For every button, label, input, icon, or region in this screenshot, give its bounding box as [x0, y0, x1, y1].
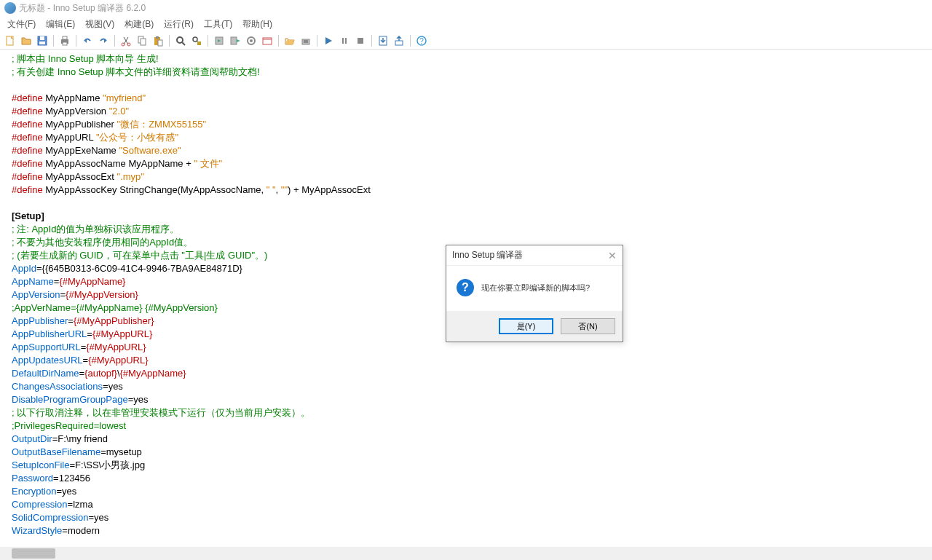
paste-icon[interactable] [151, 33, 165, 48]
key: SetupIconFile [12, 460, 70, 470]
replace-icon[interactable] [189, 33, 204, 48]
undo-icon[interactable] [80, 33, 95, 48]
toolbar-separator [114, 35, 115, 47]
title-bar: 无标题 - Inno Setup 编译器 6.2.0 [0, 0, 932, 16]
new-file-icon[interactable] [3, 33, 17, 48]
dialog-message: 现在你要立即编译新的脚本吗? [481, 283, 590, 293]
horizontal-scrollbar[interactable] [0, 547, 932, 560]
comment: ;PrivilegesRequired=lowest [12, 420, 126, 431]
menu-help[interactable]: 帮助(H) [238, 17, 277, 32]
menu-view[interactable]: 视图(V) [81, 17, 119, 32]
toolbar: ? [0, 32, 932, 50]
redo-icon[interactable] [96, 33, 111, 48]
comment: ; 脚本由 Inno Setup 脚本向导 生成! [12, 53, 159, 64]
dialog-body: ? 现在你要立即编译新的脚本吗? [446, 266, 623, 311]
svg-line-15 [182, 42, 185, 45]
menu-build[interactable]: 构建(B) [120, 17, 158, 32]
copy-icon[interactable] [135, 33, 149, 48]
svg-rect-5 [63, 36, 67, 39]
toolbar-separator [169, 35, 170, 47]
options-icon[interactable] [244, 33, 258, 48]
stop-icon[interactable] [353, 33, 368, 48]
directive: #define [12, 158, 43, 169]
key: Encryption [12, 486, 56, 497]
no-button[interactable]: 否(N) [561, 318, 615, 334]
svg-rect-2 [40, 36, 44, 40]
window-title: 无标题 - Inno Setup 编译器 6.2.0 [19, 2, 146, 15]
compile-icon[interactable] [212, 33, 226, 48]
run-icon[interactable] [321, 33, 336, 48]
menu-edit[interactable]: 编辑(E) [42, 17, 79, 32]
svg-point-14 [177, 37, 183, 43]
svg-rect-10 [141, 39, 146, 45]
find-icon[interactable] [173, 33, 188, 48]
key: AppVersion [12, 289, 60, 300]
save-file-icon[interactable] [35, 33, 50, 48]
svg-rect-12 [156, 36, 159, 39]
directive: #define [12, 106, 43, 117]
key: SolidCompression [12, 512, 89, 523]
yes-button[interactable]: 是(Y) [499, 318, 553, 334]
open-file-icon[interactable] [19, 33, 33, 48]
directive: #define [12, 92, 43, 103]
menu-run[interactable]: 运行(R) [159, 17, 198, 32]
key: OutputDir [12, 433, 52, 444]
toolbar-separator [317, 35, 317, 47]
svg-rect-23 [263, 38, 272, 44]
close-icon[interactable]: ✕ [608, 250, 617, 261]
key: AppPublisher [12, 315, 68, 326]
key: WizardStyle [12, 525, 62, 536]
key: AppPublisherURL [12, 328, 87, 339]
print-icon[interactable] [58, 33, 72, 48]
svg-point-22 [250, 39, 253, 42]
svg-rect-6 [63, 42, 67, 45]
key: AppId [12, 263, 36, 274]
pause-icon[interactable] [337, 33, 352, 48]
comment: ; 以下行取消注释，以在非管理安装模式下运行（仅为当前用户安装）。 [12, 407, 310, 418]
comment: ; 有关创建 Inno Setup 脚本文件的详细资料请查阅帮助文档! [12, 66, 260, 77]
run-setup-icon[interactable] [299, 33, 313, 48]
section-header: [Setup] [12, 210, 44, 221]
directive: #define [12, 132, 43, 143]
confirm-dialog: Inno Setup 编译器 ✕ ? 现在你要立即编译新的脚本吗? 是(Y) 否… [446, 245, 623, 342]
key: Compression [12, 499, 68, 510]
svg-rect-30 [395, 41, 403, 45]
step-into-icon[interactable] [376, 33, 390, 48]
comment: ;AppVerName={#MyAppName} {#MyAppVersion} [12, 302, 218, 313]
open-folder-icon[interactable] [283, 33, 297, 48]
comment: ; 不要为其他安装程序使用相同的AppId值。 [12, 237, 193, 248]
svg-rect-18 [197, 42, 201, 45]
cut-icon[interactable] [119, 33, 133, 48]
directive: #define [12, 145, 43, 156]
key: Password [12, 473, 53, 484]
toolbar-separator [76, 35, 76, 47]
key: DefaultDirName [12, 368, 79, 379]
directive: #define [12, 171, 43, 182]
menu-tools[interactable]: 工具(T) [200, 17, 237, 32]
toolbar-separator [278, 35, 279, 47]
svg-rect-3 [39, 42, 45, 44]
scrollbar-thumb[interactable] [12, 548, 55, 559]
svg-rect-26 [342, 38, 344, 44]
step-over-icon[interactable] [392, 33, 406, 48]
question-icon: ? [457, 279, 474, 296]
menu-bar: 文件(F) 编辑(E) 视图(V) 构建(B) 运行(R) 工具(T) 帮助(H… [0, 16, 932, 32]
toolbar-separator [410, 35, 411, 47]
menu-file[interactable]: 文件(F) [3, 17, 40, 32]
key: OutputBaseFilename [12, 446, 100, 457]
key: AppUpdatesURL [12, 355, 83, 366]
svg-rect-13 [158, 40, 162, 46]
comment: ; 注: AppId的值为单独标识该应用程序。 [12, 224, 179, 234]
key: AppSupportURL [12, 342, 81, 352]
key: AppName [12, 276, 54, 287]
key: DisableProgramGroupPage [12, 394, 128, 405]
compile-run-icon[interactable] [228, 33, 242, 48]
toolbar-separator [53, 35, 54, 47]
toolbar-separator [208, 35, 208, 47]
svg-rect-28 [358, 38, 363, 44]
svg-rect-27 [345, 38, 347, 44]
directive: #define [12, 119, 43, 130]
msgbox-icon[interactable] [260, 33, 275, 48]
directive: #define [12, 184, 43, 195]
help-icon[interactable]: ? [414, 33, 429, 48]
